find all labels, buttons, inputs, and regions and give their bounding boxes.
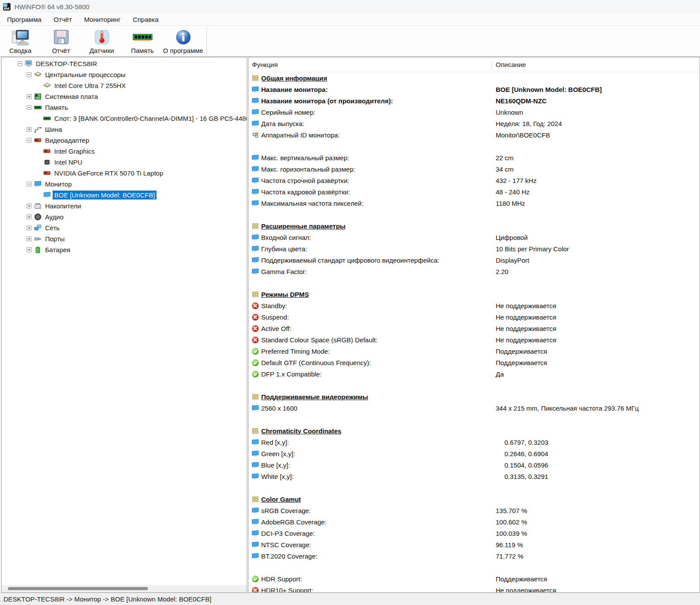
tree-item[interactable]: +Порты: [2, 233, 247, 244]
details-row[interactable]: HDR Support:Поддерживается: [248, 573, 700, 584]
tree-item[interactable]: Intel NPU: [2, 157, 247, 168]
details-row[interactable]: Standard Colour Space (sRGB) Default:Не …: [248, 334, 700, 345]
computer-icon: [25, 60, 32, 67]
details-section-row[interactable]: Общая информация: [248, 72, 700, 84]
tree-item[interactable]: −Монитор: [2, 179, 247, 190]
details-section-row[interactable]: Режимы DPMS: [248, 288, 700, 300]
tree-item[interactable]: +Системная плата: [2, 91, 247, 102]
details-row[interactable]: Максимальная частота пикселей:1180 MHz: [248, 197, 700, 209]
details-section-row[interactable]: Chromaticity Coordinates: [248, 425, 700, 436]
tree-item[interactable]: +Сеть: [2, 222, 247, 233]
function-label: Расширенные параметры: [261, 222, 346, 230]
monitor-icon: [252, 405, 259, 412]
details-row[interactable]: 2560 x 1600344 x 215 mm, Пиксельная част…: [248, 402, 700, 414]
tree-item[interactable]: −DESKTOP-TECS8IR: [2, 58, 247, 69]
expand-box-icon[interactable]: +: [27, 215, 32, 219]
details-row[interactable]: Частота кадровой развёртки:48 - 240 Hz: [248, 186, 700, 197]
expand-box-icon[interactable]: +: [27, 247, 32, 252]
toolbar-button-sensors-thermometer[interactable]: Датчики: [81, 26, 122, 56]
details-row[interactable]: White [x,y]:0.3135, 0.3291: [248, 471, 700, 482]
function-label: DCI-P3 Coverage:: [261, 530, 315, 537]
details-row[interactable]: Частота строчной развёртки:432 - 177 kHz: [248, 175, 700, 186]
expand-box-icon[interactable]: +: [27, 94, 32, 99]
toolbar-button-label: О программе: [163, 47, 203, 54]
details-header: Функция Описание: [248, 57, 700, 72]
function-label: Red [x,y]:: [261, 439, 289, 446]
details-row[interactable]: BT.2020 Coverage:71.772 %: [248, 550, 700, 562]
toolbar-button-about-info[interactable]: О программе: [163, 26, 203, 56]
menu-item-2[interactable]: Мониторинг: [78, 13, 126, 25]
details-section-row[interactable]: Поддерживаемые видеорежимы: [248, 391, 700, 402]
tree-item[interactable]: Intel Graphics: [2, 146, 247, 157]
description-value: 1180 MHz: [496, 200, 525, 207]
details-row[interactable]: Blue [x,y]:0.1504, 0.0596: [248, 459, 700, 471]
collapse-box-icon[interactable]: −: [27, 182, 32, 186]
function-label: Частота кадровой развёртки:: [261, 188, 350, 196]
details-row[interactable]: DCI-P3 Coverage:100.039 %: [248, 528, 700, 539]
expand-box-icon[interactable]: +: [27, 236, 32, 241]
details-row[interactable]: Название монитора:BOE [Unknown Model: BO…: [248, 84, 700, 95]
details-section-row[interactable]: Расширенные параметры: [248, 220, 700, 232]
details-row[interactable]: Аппаратный ID монитора:Monitor\BOE0CFB: [248, 129, 700, 141]
details-row[interactable]: Серийный номер:Unknown: [248, 106, 700, 118]
details-row[interactable]: Макс. вертикальный размер:22 cm: [248, 152, 700, 163]
details-row[interactable]: Standby:Не поддерживается: [248, 300, 700, 311]
details-row[interactable]: Поддерживаемый стандарт цифрового видеои…: [248, 254, 700, 266]
tree-item[interactable]: +Аудио: [2, 211, 247, 222]
tree-item[interactable]: BOE [Unknown Model: BOE0CFB]: [2, 190, 247, 200]
details-row[interactable]: Название монитора (от производителя):NE1…: [248, 95, 700, 106]
toolbar-button-memory-ram[interactable]: Память: [122, 26, 163, 56]
details-row[interactable]: Дата выпуска:Неделя: 18, Год: 2024: [248, 118, 700, 129]
tree-item-label: Сеть: [44, 224, 61, 232]
gears-icon: [252, 131, 259, 139]
column-separator[interactable]: [492, 59, 492, 70]
details-row[interactable]: Макс. горизонтальный размер:34 cm: [248, 163, 700, 175]
expand-box-icon[interactable]: +: [27, 204, 32, 208]
horizontal-scrollbar[interactable]: [2, 585, 247, 592]
function-label: Название монитора:: [261, 86, 328, 93]
description-value: Поддерживается: [496, 575, 547, 583]
toolbar-button-report-floppy[interactable]: Отчёт: [41, 26, 81, 56]
collapse-box-icon[interactable]: −: [27, 72, 32, 77]
collapse-box-icon[interactable]: −: [18, 61, 22, 66]
details-row[interactable]: DFP 1.x Compatible:Да: [248, 368, 700, 380]
details-row[interactable]: Preferred Timing Mode:Поддерживается: [248, 345, 700, 357]
menu-item-0[interactable]: Программа: [1, 13, 48, 25]
details-row[interactable]: Suspend:Не поддерживается: [248, 311, 700, 323]
function-label: Поддерживаемый стандарт цифрового видеои…: [261, 257, 439, 264]
tree-item[interactable]: Слот: 3 [BANK 0/Controller0-ChannelA-DIM…: [2, 113, 247, 124]
menu-item-1[interactable]: Отчёт: [48, 13, 78, 25]
details-section-row[interactable]: Color Gamut: [248, 493, 700, 505]
tree-item[interactable]: NVIDIA GeForce RTX 5070 Ti Laptop: [2, 168, 247, 179]
description-value: Не поддерживается: [496, 313, 556, 321]
tree-item-label: Монитор: [44, 180, 73, 188]
toolbar-button-summary-computer[interactable]: Сводка: [0, 26, 41, 56]
details-row[interactable]: Red [x,y]:0.6797, 0.3203: [248, 436, 700, 448]
details-row[interactable]: AdobeRGB Coverage:100.602 %: [248, 516, 700, 528]
tree-item[interactable]: +Шина: [2, 124, 247, 135]
horizontal-scrollbar-thumb[interactable]: [8, 587, 148, 590]
tree-item[interactable]: −Видеоадаптер: [2, 135, 247, 146]
details-row[interactable]: Active Off:Не поддерживается: [248, 323, 700, 334]
details-blank-row: [248, 562, 700, 573]
details-row[interactable]: Default GTF (Continuous Frequency):Подде…: [248, 357, 700, 368]
details-row[interactable]: Глубина цвета:10 Bits per Primary Color: [248, 243, 700, 254]
menu-item-3[interactable]: Справка: [126, 13, 164, 25]
tree-item[interactable]: Intel Core Ultra 7 255HX: [2, 80, 247, 91]
details-row[interactable]: sRGB Coverage:135.707 %: [248, 505, 700, 516]
tree-item[interactable]: +Батарея: [2, 244, 247, 255]
tree-item[interactable]: −Память: [2, 102, 247, 113]
expand-box-icon[interactable]: +: [27, 127, 32, 132]
tree-item[interactable]: −Центральные процессоры: [2, 69, 247, 80]
tree-item[interactable]: +Накопители: [2, 200, 247, 211]
collapse-box-icon[interactable]: −: [27, 105, 32, 110]
function-label: Частота строчной развёртки:: [261, 177, 349, 184]
details-row[interactable]: Входной сигнал:Цифровой: [248, 232, 700, 243]
details-row[interactable]: HDR10+ Support:Не поддерживается: [248, 584, 700, 592]
expand-box-icon[interactable]: +: [27, 225, 32, 230]
collapse-box-icon[interactable]: −: [27, 138, 32, 143]
details-row[interactable]: Gamma Factor:2.20: [248, 266, 700, 277]
details-row[interactable]: Green [x,y]:0.2646, 0.6904: [248, 448, 700, 459]
details-row[interactable]: NTSC Coverage:96.119 %: [248, 539, 700, 550]
monitor-icon: [252, 439, 259, 446]
